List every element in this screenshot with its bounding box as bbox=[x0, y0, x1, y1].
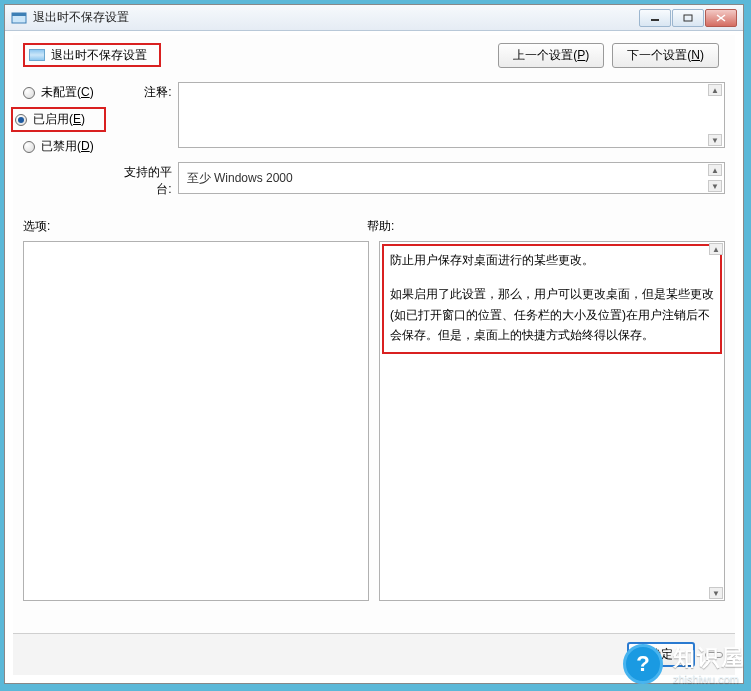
next-setting-button[interactable]: 下一个设置(N) bbox=[612, 43, 719, 68]
minimize-button[interactable] bbox=[639, 9, 671, 27]
comment-label: 注释: bbox=[116, 82, 172, 101]
maximize-icon bbox=[683, 14, 693, 22]
comment-row: 注释: ▲ ▼ bbox=[116, 82, 725, 148]
supported-value: 至少 Windows 2000 bbox=[187, 170, 293, 187]
policy-name-box: 退出时不保存设置 bbox=[23, 43, 161, 67]
supported-row: 支持的平台: 至少 Windows 2000 ▲ ▼ bbox=[116, 162, 725, 198]
close-button[interactable] bbox=[705, 9, 737, 27]
radio-label: 未配置(C) bbox=[41, 84, 94, 101]
radio-circle-icon bbox=[23, 87, 35, 99]
scroll-down-icon[interactable]: ▼ bbox=[708, 180, 722, 192]
svg-rect-1 bbox=[12, 13, 26, 16]
scroll-up-icon[interactable]: ▲ bbox=[708, 164, 722, 176]
help-text[interactable]: 防止用户保存对桌面进行的某些更改。 如果启用了此设置，那么，用户可以更改桌面，但… bbox=[380, 242, 724, 600]
radio-label: 已禁用(D) bbox=[41, 138, 94, 155]
help-paragraph: 防止用户保存对桌面进行的某些更改。 bbox=[390, 250, 714, 270]
radio-disabled[interactable]: 已禁用(D) bbox=[23, 138, 94, 155]
radio-label: 已启用(E) bbox=[33, 111, 85, 128]
radio-not-configured[interactable]: 未配置(C) bbox=[23, 84, 94, 101]
scroll-up-icon[interactable]: ▲ bbox=[708, 84, 722, 96]
brand-name-cn: 知识屋 bbox=[673, 643, 745, 673]
window-title: 退出时不保存设置 bbox=[33, 9, 639, 26]
policy-icon bbox=[11, 10, 27, 26]
right-stack: 注释: ▲ ▼ 支持的平台: 至少 Windows 2000 ▲ ▼ bbox=[116, 82, 725, 198]
maximize-button[interactable] bbox=[672, 9, 704, 27]
scroll-down-icon[interactable]: ▼ bbox=[709, 587, 723, 599]
brand-name-en: zhishiwu.com bbox=[673, 673, 745, 685]
options-heading: 选项: bbox=[23, 218, 367, 235]
svg-rect-3 bbox=[684, 15, 692, 21]
panels: 防止用户保存对桌面进行的某些更改。 如果启用了此设置，那么，用户可以更改桌面，但… bbox=[13, 241, 735, 601]
policy-name-label: 退出时不保存设置 bbox=[51, 47, 147, 64]
comment-textarea[interactable]: ▲ ▼ bbox=[178, 82, 725, 148]
nav-buttons: 上一个设置(P) 下一个设置(N) bbox=[498, 43, 725, 68]
policy-item-icon bbox=[29, 49, 45, 61]
brand-badge-icon: ? bbox=[623, 644, 663, 684]
radio-circle-icon bbox=[15, 114, 27, 126]
scroll-down-icon[interactable]: ▼ bbox=[708, 134, 722, 146]
mid-headings: 选项: 帮助: bbox=[13, 198, 735, 241]
window-controls bbox=[639, 9, 737, 27]
dialog-body: 退出时不保存设置 上一个设置(P) 下一个设置(N) 未配置(C) 已启 bbox=[13, 35, 735, 675]
close-icon bbox=[716, 14, 726, 22]
help-heading: 帮助: bbox=[367, 218, 725, 235]
supported-label: 支持的平台: bbox=[116, 162, 172, 198]
options-panel bbox=[23, 241, 369, 601]
scroll-up-icon[interactable]: ▲ bbox=[709, 243, 723, 255]
minimize-icon bbox=[650, 14, 660, 22]
help-panel: 防止用户保存对桌面进行的某些更改。 如果启用了此设置，那么，用户可以更改桌面，但… bbox=[379, 241, 725, 601]
radio-circle-icon bbox=[23, 141, 35, 153]
dialog-window: 退出时不保存设置 退出时不保存设置 上一个设置(P) bbox=[4, 4, 744, 684]
brand-watermark: ? 知识屋 zhishiwu.com bbox=[623, 643, 745, 685]
radio-group: 未配置(C) 已启用(E) 已禁用(D) bbox=[23, 82, 94, 198]
supported-box: 至少 Windows 2000 ▲ ▼ bbox=[178, 162, 725, 194]
prev-setting-button[interactable]: 上一个设置(P) bbox=[498, 43, 604, 68]
config-area: 未配置(C) 已启用(E) 已禁用(D) 注释: ▲ ▼ bbox=[13, 68, 735, 198]
radio-enabled[interactable]: 已启用(E) bbox=[11, 107, 106, 132]
help-paragraph: 如果启用了此设置，那么，用户可以更改桌面，但是某些更改(如已打开窗口的位置、任务… bbox=[390, 284, 714, 345]
titlebar: 退出时不保存设置 bbox=[5, 5, 743, 31]
brand-text: 知识屋 zhishiwu.com bbox=[673, 643, 745, 685]
top-row: 退出时不保存设置 上一个设置(P) 下一个设置(N) bbox=[13, 35, 735, 68]
